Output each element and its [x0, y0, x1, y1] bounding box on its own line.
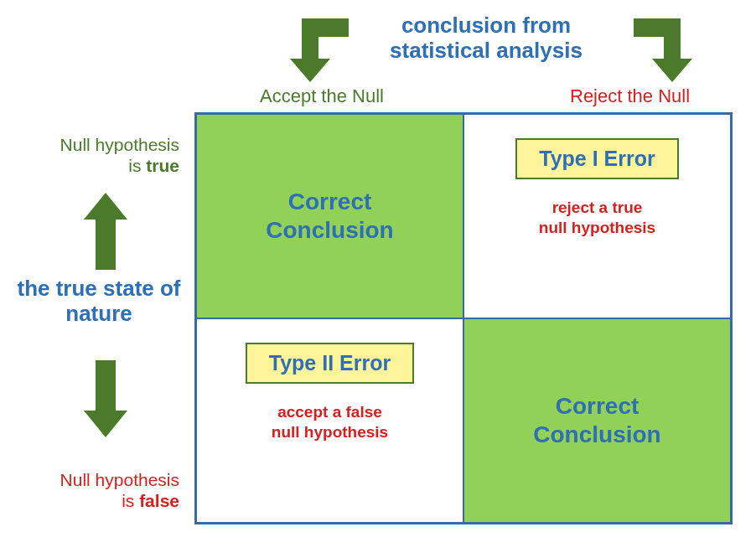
row-header-null-true: Null hypothesis is true — [12, 134, 179, 176]
top-axis-title: conclusion from statistical analysis — [352, 13, 620, 64]
arrow-to-accept-icon — [290, 18, 349, 82]
cell-accept-true: Correct Conclusion — [196, 114, 463, 318]
cell-accept-false: Type II Error accept a false null hypoth… — [196, 318, 463, 523]
arrow-to-reject-icon — [634, 18, 692, 82]
type-i-error-description: reject a true null hypothesis — [539, 198, 655, 238]
type-ii-error-badge: Type II Error — [246, 343, 414, 384]
cell-reject-true: Type I Error reject a true null hypothes… — [463, 114, 731, 318]
arrow-down-icon — [84, 360, 127, 437]
decision-matrix: Correct Conclusion Type I Error reject a… — [194, 112, 733, 524]
column-header-reject: Reject the Null — [570, 85, 690, 107]
type-i-error-badge: Type I Error — [515, 138, 678, 179]
cell-reject-false: Correct Conclusion — [463, 318, 731, 523]
correct-conclusion-label: Correct Conclusion — [266, 188, 393, 244]
type-ii-error-description: accept a false null hypothesis — [272, 402, 388, 442]
column-header-accept: Accept the Null — [260, 85, 384, 107]
correct-conclusion-label: Correct Conclusion — [533, 392, 660, 448]
row-header-null-false: Null hypothesis is false — [12, 469, 179, 511]
side-axis-title: the true state of nature — [15, 276, 183, 327]
arrow-up-icon — [84, 193, 127, 270]
